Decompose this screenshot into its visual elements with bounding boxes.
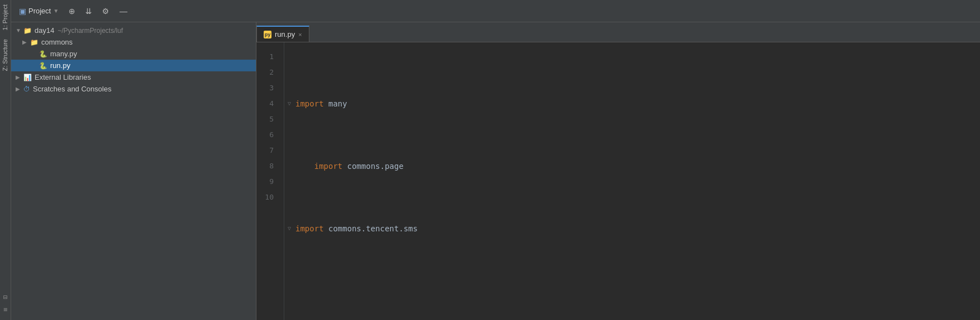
module-3: commons.tencent.sms (328, 221, 418, 236)
line-num-4: 4 (256, 96, 278, 111)
many-py-icon: 🐍 (39, 50, 47, 58)
minus-icon: — (119, 7, 127, 16)
collapse-icon: ⇊ (85, 7, 92, 16)
minus-button[interactable]: — (116, 4, 130, 18)
module-2: commons.page (347, 158, 404, 174)
code-line-2: import commons.page (295, 158, 980, 174)
add-button[interactable]: ⊕ (65, 4, 79, 18)
tree-item-many-py[interactable]: ▶ 🐍 many.py (11, 48, 256, 60)
content-area: ▼ 📁 day14 ~/PycharmProjects/luf ▶ 📁 comm… (11, 22, 980, 320)
line-numbers: 1 2 3 4 5 6 7 8 9 10 (256, 42, 284, 320)
ext-libs-arrow-icon: ▶ (16, 74, 21, 80)
code-line-1: ▽ import many (295, 96, 980, 111)
project-tab[interactable]: 1: Project (0, 0, 11, 35)
code-line-3: ▽ import commons.tencent.sms (295, 221, 980, 236)
left-tab-bar: 1: Project Z: Structure ⊟ ≡ (0, 0, 11, 320)
tree-item-commons[interactable]: ▶ 📁 commons (11, 36, 256, 48)
dropdown-arrow-icon: ▼ (53, 8, 59, 14)
tree-item-scratches[interactable]: ▶ ⏱ Scratches and Consoles (11, 83, 256, 95)
main-panel: ▣ Project ▼ ⊕ ⇊ ⚙ — ▼ 📁 day14 ~/PycharmP… (11, 0, 980, 320)
scratches-arrow-icon: ▶ (16, 86, 21, 92)
line-num-2: 2 (256, 65, 278, 80)
tree-item-run-py[interactable]: ▶ 🐍 run.py (11, 60, 256, 71)
import-kw-1: import (295, 96, 324, 111)
many-py-label: many.py (50, 50, 77, 58)
tab-py-icon: py (264, 31, 271, 38)
commons-folder-icon: 📁 (30, 38, 38, 46)
root-arrow-icon: ▼ (16, 27, 21, 33)
line-num-6: 6 (256, 127, 278, 143)
ext-libs-label: External Libraries (35, 73, 91, 81)
collapse-button[interactable]: ⇊ (82, 4, 95, 18)
run-py-label: run.py (50, 61, 70, 70)
import-kw-3: import (295, 221, 324, 236)
bottom-icon-2[interactable]: ≡ (1, 305, 10, 314)
root-label: day14 (35, 26, 54, 35)
project-dropdown-button[interactable]: ▣ Project ▼ (16, 4, 62, 18)
line-num-9: 9 (256, 174, 278, 190)
line-num-8: 8 (256, 158, 278, 174)
line-num-3: 3 (256, 80, 278, 96)
settings-button[interactable]: ⚙ (99, 4, 113, 18)
ext-libs-icon: 📊 (23, 74, 32, 81)
run-py-icon: 🐍 (39, 62, 47, 70)
file-tree: ▼ 📁 day14 ~/PycharmProjects/luf ▶ 📁 comm… (11, 22, 256, 320)
fold-icon-3[interactable]: ▽ (288, 221, 291, 236)
root-subtitle: ~/PycharmProjects/luf (57, 27, 123, 35)
editor-tabs: py run.py × (256, 22, 980, 42)
tab-label: run.py (275, 30, 295, 38)
tree-item-ext-libs[interactable]: ▶ 📊 External Libraries (11, 71, 256, 83)
code-line-4 (295, 283, 980, 299)
import-kw-2: import (314, 158, 343, 174)
root-folder-icon: 📁 (23, 27, 32, 35)
line-num-1: 1 (256, 49, 278, 65)
scratches-label: Scratches and Consoles (33, 85, 111, 93)
line-num-10: 10 (256, 190, 278, 205)
line-num-5: 5 (256, 111, 278, 127)
commons-arrow-icon: ▶ (22, 39, 28, 45)
code-editor[interactable]: 1 2 3 4 5 6 7 8 9 10 ▽ import many (256, 42, 980, 320)
line-num-7: 7 (256, 143, 278, 158)
tree-root-item[interactable]: ▼ 📁 day14 ~/PycharmProjects/luf (11, 25, 256, 36)
structure-tab[interactable]: Z: Structure (0, 35, 11, 75)
editor-area: py run.py × 1 2 3 4 5 6 7 8 9 10 (256, 22, 980, 320)
module-1: many (328, 96, 347, 111)
add-icon: ⊕ (69, 7, 75, 16)
tab-close-button[interactable]: × (298, 31, 302, 38)
project-label: Project (28, 7, 51, 15)
bottom-icon-1[interactable]: ⊟ (1, 293, 10, 302)
project-icon: ▣ (19, 7, 26, 16)
editor-tab-run-py[interactable]: py run.py × (256, 26, 309, 42)
code-content[interactable]: ▽ import many import commons.page ▽ impo… (284, 42, 980, 320)
fold-icon-1[interactable]: ▽ (288, 96, 291, 111)
toolbar: ▣ Project ▼ ⊕ ⇊ ⚙ — (11, 0, 980, 22)
settings-icon: ⚙ (102, 7, 109, 16)
commons-label: commons (41, 38, 72, 46)
scratches-icon: ⏱ (23, 85, 30, 93)
